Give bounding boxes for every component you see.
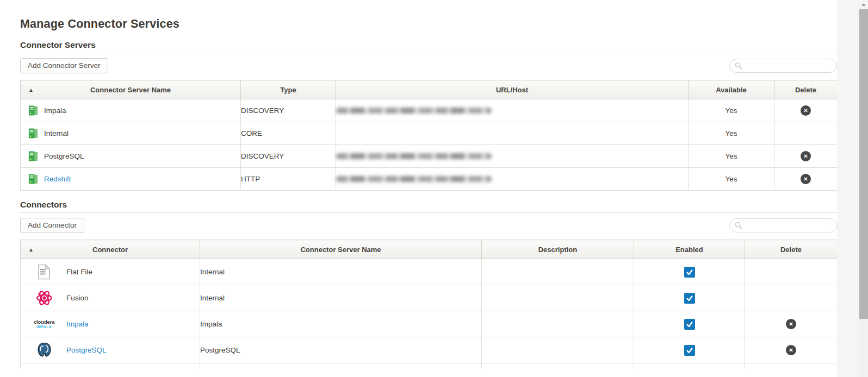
table-row: Internal CORE Yes	[21, 122, 838, 145]
col-type[interactable]: Type	[241, 80, 336, 99]
col-delete: Delete	[745, 240, 838, 259]
enabled-checkbox[interactable]	[684, 267, 695, 278]
table-row: PostgreSQL PostgreSQL ✕	[21, 337, 838, 363]
server-type: HTTP	[241, 168, 336, 191]
connector-description	[482, 285, 634, 311]
server-available: Yes	[689, 168, 774, 191]
server-available: Yes	[689, 145, 774, 168]
connectors-search-input[interactable]	[746, 221, 831, 230]
table-row: Impala DISCOVERY Yes ✕	[21, 99, 838, 122]
postgresql-elephant-icon	[27, 342, 61, 359]
server-available: Yes	[689, 122, 774, 145]
col-connector-server-name[interactable]: ▲ Connector Server Name	[21, 80, 241, 99]
delete-button[interactable]: ✕	[801, 151, 811, 161]
server-icon	[28, 128, 39, 139]
server-type: DISCOVERY	[241, 99, 336, 122]
enabled-checkbox[interactable]	[684, 319, 695, 330]
page-title: Manage Connector Services	[20, 17, 837, 31]
page: Manage Connector Services Connector Serv…	[0, 0, 868, 377]
connector-server: Internal	[200, 285, 482, 311]
sort-ascending-icon[interactable]: ▲	[28, 247, 34, 253]
flat-file-icon	[27, 264, 61, 280]
connector-name[interactable]: Impala	[66, 320, 89, 328]
servers-search-box[interactable]	[729, 59, 837, 73]
enabled-checkbox[interactable]	[684, 345, 695, 356]
connector-description	[482, 259, 634, 285]
search-icon	[735, 222, 742, 229]
col-delete: Delete	[774, 80, 838, 99]
page-gutter	[837, 0, 859, 377]
server-icon	[28, 173, 39, 185]
connector-name: Flat File	[66, 268, 92, 276]
table-row: Fusion Internal	[21, 285, 838, 311]
server-type: DISCOVERY	[241, 145, 336, 168]
sort-ascending-icon[interactable]: ▲	[28, 87, 34, 93]
table-row: Redshift HTTP Yes ✕	[21, 168, 838, 191]
connector-name[interactable]: PostgreSQL	[66, 346, 107, 354]
scroll-up-button[interactable]	[859, 0, 868, 9]
connector-server: Internal	[200, 259, 482, 285]
redacted-url	[336, 153, 492, 159]
server-name: Impala	[44, 106, 66, 115]
enabled-checkbox[interactable]	[684, 293, 695, 304]
vertical-scrollbar[interactable]	[859, 0, 868, 377]
delete-button[interactable]: ✕	[801, 105, 811, 116]
connector-servers-heading: Connector Servers	[20, 40, 837, 53]
server-name: Internal	[44, 129, 69, 137]
col-connector[interactable]: ▲ Connector	[21, 240, 200, 259]
redacted-url	[336, 108, 492, 114]
scroll-up-icon	[861, 3, 866, 6]
delete-button[interactable]: ✕	[786, 345, 796, 355]
search-icon	[735, 62, 742, 70]
col-description[interactable]: Description	[482, 240, 634, 259]
connector-server: Impala	[200, 311, 482, 337]
server-type: CORE	[241, 122, 336, 145]
col-url-host[interactable]: URL/Host	[336, 80, 689, 99]
cloudera-impala-icon: clouderaIMPALA	[27, 319, 61, 329]
connector-name: Fusion	[66, 294, 89, 302]
delete-button[interactable]: ✕	[801, 174, 811, 184]
add-connector-server-button[interactable]: Add Connector Server	[20, 58, 108, 73]
connector-description	[482, 311, 634, 337]
server-name: PostgreSQL	[44, 152, 84, 160]
table-row: Flat File Internal	[21, 259, 838, 285]
redacted-url	[336, 176, 492, 182]
connector-servers-section: Connector Servers Add Connector Server ▲	[20, 40, 837, 191]
server-name[interactable]: Redshift	[44, 175, 71, 183]
servers-table-body: Impala DISCOVERY Yes ✕ Internal CORE Yes	[21, 99, 838, 191]
fusion-atom-icon	[27, 289, 61, 307]
connectors-search-box[interactable]	[729, 218, 837, 233]
connector-server: PostgreSQL	[200, 337, 482, 363]
delete-button[interactable]: ✕	[786, 319, 796, 329]
table-row: clouderaIMPALA Impala Impala ✕	[21, 311, 838, 337]
col-available[interactable]: Available	[689, 80, 774, 99]
scrollbar-thumb[interactable]	[859, 9, 868, 319]
connectors-table-body: Flat File Internal Fusion Internal cloud…	[21, 259, 838, 369]
table-row: PostgreSQL DISCOVERY Yes ✕	[21, 145, 838, 168]
table-row-partial	[21, 363, 838, 369]
server-icon	[28, 150, 39, 162]
connector-description	[482, 337, 634, 363]
server-icon	[28, 105, 39, 116]
connectors-table: ▲ Connector Connector Server Name Descri…	[20, 240, 837, 369]
add-connector-button[interactable]: Add Connector	[20, 218, 84, 233]
connectors-heading: Connectors	[20, 199, 837, 213]
col-enabled[interactable]: Enabled	[634, 240, 745, 259]
connector-servers-table: ▲ Connector Server Name Type URL/Host Av…	[20, 80, 838, 191]
servers-search-input[interactable]	[746, 61, 831, 71]
connectors-section: Connectors Add Connector ▲	[20, 199, 837, 369]
col-connector-server-name[interactable]: Connector Server Name	[200, 240, 482, 259]
server-available: Yes	[689, 99, 774, 122]
